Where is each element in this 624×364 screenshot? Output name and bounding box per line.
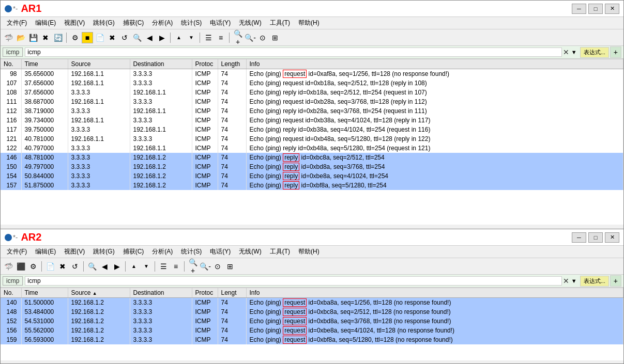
- ar1-tb-doc[interactable]: 📄: [94, 32, 105, 43]
- ar2-table-row[interactable]: 159 56.593000 192.168.1.2 3.3.3.3 ICMP 7…: [1, 335, 623, 344]
- ar1-menu-file[interactable]: 文件(F): [3, 18, 31, 28]
- ar1-tb-fwd[interactable]: ▶: [156, 32, 168, 43]
- ar2-col-time[interactable]: Time: [21, 288, 68, 298]
- ar1-table-row[interactable]: 157 51.875000 3.3.3.3 192.168.1.2 ICMP 7…: [1, 181, 623, 190]
- ar1-col-len[interactable]: Length: [218, 59, 246, 69]
- ar2-menu-edit[interactable]: 编辑(E): [31, 246, 60, 257]
- ar2-tb-list2[interactable]: ≡: [170, 261, 181, 272]
- ar1-col-dst[interactable]: Destination: [130, 59, 192, 69]
- ar1-menu-help[interactable]: 帮助(H): [294, 18, 324, 28]
- ar1-table-row[interactable]: 108 37.656000 3.3.3.3 192.168.1.1 ICMP 7…: [1, 88, 623, 97]
- ar2-filter-expr-button[interactable]: 表达式...: [580, 276, 609, 287]
- ar1-tb-search[interactable]: 🔍: [131, 32, 143, 43]
- ar1-tb-shark[interactable]: 🦈: [3, 32, 14, 43]
- ar1-table-row[interactable]: 111 38.687000 192.168.1.1 3.3.3.3 ICMP 7…: [1, 97, 623, 106]
- ar1-minimize-button[interactable]: ─: [572, 4, 586, 14]
- ar1-menu-stats[interactable]: 统计(S): [177, 18, 206, 28]
- ar1-table-row[interactable]: 117 39.750000 3.3.3.3 192.168.1.1 ICMP 7…: [1, 125, 623, 134]
- ar1-table-row[interactable]: 154 50.844000 3.3.3.3 192.168.1.2 ICMP 7…: [1, 171, 623, 181]
- ar2-tb-list1[interactable]: ☰: [158, 261, 169, 272]
- ar1-filter-arrow[interactable]: ▼: [571, 49, 577, 55]
- ar2-tb-back[interactable]: ◀: [99, 261, 110, 272]
- ar2-table-row[interactable]: 140 51.500000 192.168.1.2 3.3.3.3 ICMP 7…: [1, 298, 623, 307]
- ar1-menu-goto[interactable]: 跳转(G): [89, 18, 118, 28]
- ar2-table-row[interactable]: 156 55.562000 192.168.1.2 3.3.3.3 ICMP 7…: [1, 326, 623, 335]
- ar1-tb-list1[interactable]: ☰: [203, 32, 214, 43]
- ar1-tb-list2[interactable]: ≡: [215, 32, 226, 43]
- ar2-col-no[interactable]: No.: [1, 288, 21, 298]
- ar2-tb-shark[interactable]: 🦈: [3, 261, 14, 272]
- ar1-tb-open[interactable]: 📂: [15, 32, 26, 43]
- ar1-menu-phone[interactable]: 电话(Y): [206, 18, 235, 28]
- ar1-tb-refresh[interactable]: ↺: [119, 32, 130, 43]
- ar2-menu-phone[interactable]: 电话(Y): [206, 246, 235, 257]
- ar1-tb-back[interactable]: ◀: [144, 32, 155, 43]
- ar1-table-row[interactable]: 107 37.656000 192.168.1.1 3.3.3.3 ICMP 7…: [1, 78, 623, 88]
- ar1-col-proto[interactable]: Protoc: [192, 59, 218, 69]
- ar2-tb-settings[interactable]: ⚙: [27, 261, 39, 272]
- ar1-table-row[interactable]: 116 39.734000 192.168.1.1 3.3.3.3 ICMP 7…: [1, 116, 623, 125]
- ar1-col-src[interactable]: Source: [68, 59, 130, 69]
- ar1-table-row[interactable]: 112 38.719000 3.3.3.3 192.168.1.1 ICMP 7…: [1, 106, 623, 116]
- ar1-tb-delete[interactable]: ✖: [106, 32, 118, 43]
- ar2-menu-capture[interactable]: 捕获(C): [119, 246, 148, 257]
- ar2-filter-arrow[interactable]: ▼: [571, 278, 577, 284]
- ar1-menu-edit[interactable]: 编辑(E): [31, 18, 60, 28]
- ar1-tb-yellow[interactable]: ■: [82, 32, 93, 43]
- ar2-menu-help[interactable]: 帮助(H): [294, 246, 324, 257]
- ar1-tb-reload[interactable]: 🔄: [52, 32, 64, 43]
- ar1-table-row[interactable]: 150 49.797000 3.3.3.3 192.168.1.2 ICMP 7…: [1, 162, 623, 171]
- ar1-filter-input[interactable]: [25, 48, 561, 57]
- ar1-tb-close[interactable]: ✖: [40, 32, 51, 43]
- ar1-close-button[interactable]: ✕: [605, 4, 619, 14]
- ar2-tb-delete[interactable]: ✖: [57, 261, 68, 272]
- ar1-tb-save[interactable]: 💾: [27, 32, 39, 43]
- ar1-tb-zoom-out[interactable]: 🔍-: [245, 32, 256, 43]
- ar1-table-row[interactable]: 98 35.656000 192.168.1.1 3.3.3.3 ICMP 74…: [1, 69, 623, 78]
- ar2-menu-analyze[interactable]: 分析(A): [148, 246, 177, 257]
- ar2-tb-search[interactable]: 🔍: [86, 261, 98, 272]
- ar1-col-info[interactable]: Info: [246, 59, 623, 69]
- ar2-menu-wireless[interactable]: 无线(W): [235, 246, 265, 257]
- ar2-col-src[interactable]: Source ▲: [68, 288, 130, 298]
- ar2-tb-zoom-in[interactable]: 🔍+: [187, 261, 199, 272]
- ar2-tb-doc[interactable]: 📄: [44, 261, 56, 272]
- ar1-col-no[interactable]: No.: [1, 59, 21, 69]
- ar2-maximize-button[interactable]: □: [588, 232, 603, 243]
- ar2-menu-view[interactable]: 视图(V): [60, 246, 89, 257]
- ar1-tb-columns[interactable]: ⊞: [269, 32, 281, 43]
- ar2-filter-input[interactable]: [25, 276, 561, 286]
- ar2-tb-columns[interactable]: ⊞: [224, 261, 236, 272]
- ar2-tb-up[interactable]: ▲: [128, 261, 140, 272]
- ar2-col-len[interactable]: Lengt: [218, 288, 246, 298]
- ar2-tb-stop[interactable]: ⬛: [15, 261, 26, 272]
- ar1-menu-view[interactable]: 视图(V): [60, 18, 89, 28]
- ar1-table-row[interactable]: 121 40.781000 192.168.1.1 3.3.3.3 ICMP 7…: [1, 134, 623, 144]
- ar2-tb-down[interactable]: ▼: [141, 261, 152, 272]
- ar2-col-dst[interactable]: Destination: [130, 288, 192, 298]
- ar1-menu-tools[interactable]: 工具(T): [266, 18, 294, 28]
- ar2-table-row[interactable]: 148 53.484000 192.168.1.2 3.3.3.3 ICMP 7…: [1, 307, 623, 316]
- ar2-menu-tools[interactable]: 工具(T): [266, 246, 294, 257]
- ar1-col-time[interactable]: Time: [21, 59, 68, 69]
- ar1-filter-expr-button[interactable]: 表达式...: [580, 47, 609, 58]
- ar1-tb-zoom-reset[interactable]: ⊙: [257, 32, 268, 43]
- ar1-menu-analyze[interactable]: 分析(A): [148, 18, 177, 28]
- ar2-filter-clear[interactable]: ✕: [563, 277, 569, 285]
- ar2-menu-file[interactable]: 文件(F): [3, 246, 31, 257]
- ar1-tb-settings[interactable]: ⚙: [69, 32, 81, 43]
- ar1-maximize-button[interactable]: □: [588, 4, 603, 14]
- ar2-filter-plus-button[interactable]: +: [610, 275, 621, 287]
- ar2-tb-zoom-out[interactable]: 🔍-: [200, 261, 211, 272]
- ar1-table-row[interactable]: 146 48.781000 3.3.3.3 192.168.1.2 ICMP 7…: [1, 153, 623, 162]
- ar1-filter-plus-button[interactable]: +: [610, 46, 621, 58]
- ar1-filter-clear[interactable]: ✕: [563, 48, 569, 56]
- ar1-menu-capture[interactable]: 捕获(C): [119, 18, 148, 28]
- ar1-table-row[interactable]: 122 40.797000 3.3.3.3 192.168.1.1 ICMP 7…: [1, 144, 623, 153]
- ar1-tb-zoom-in[interactable]: 🔍+: [232, 32, 243, 43]
- ar2-minimize-button[interactable]: ─: [572, 232, 586, 243]
- ar2-tb-refresh[interactable]: ↺: [69, 261, 81, 272]
- ar2-menu-goto[interactable]: 跳转(G): [89, 246, 118, 257]
- ar1-menu-wireless[interactable]: 无线(W): [235, 18, 265, 28]
- ar2-tb-zoom-reset[interactable]: ⊙: [212, 261, 223, 272]
